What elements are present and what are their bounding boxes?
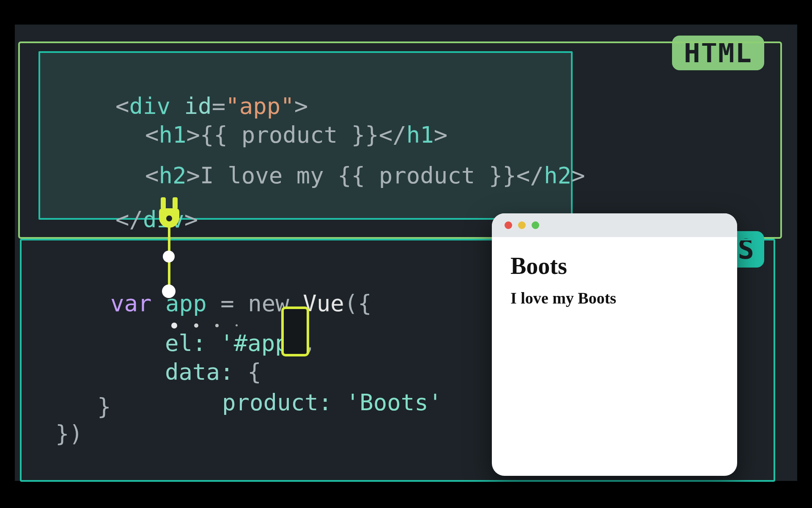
browser-preview: Boots I love my Boots (492, 213, 737, 476)
plug-cord (168, 225, 170, 296)
minimize-icon[interactable] (518, 221, 526, 229)
plug-icon (156, 198, 182, 228)
slide-stage: HTML <div id="app"> <h1>{{ product }}</h… (15, 25, 797, 481)
zoom-icon[interactable] (532, 221, 539, 229)
preview-heading-1: Boots (510, 252, 719, 279)
data-flow-dots (171, 323, 238, 329)
js-code-line-4: product: 'Boots' (112, 368, 442, 437)
js-code-line-6: }) (55, 422, 83, 445)
close-icon[interactable] (505, 221, 512, 229)
browser-titlebar (492, 213, 737, 237)
phone-icon (281, 306, 309, 356)
preview-heading-2: I love my Boots (510, 289, 719, 307)
js-code-line-5: } (70, 395, 111, 418)
browser-body: Boots I love my Boots (492, 237, 737, 323)
